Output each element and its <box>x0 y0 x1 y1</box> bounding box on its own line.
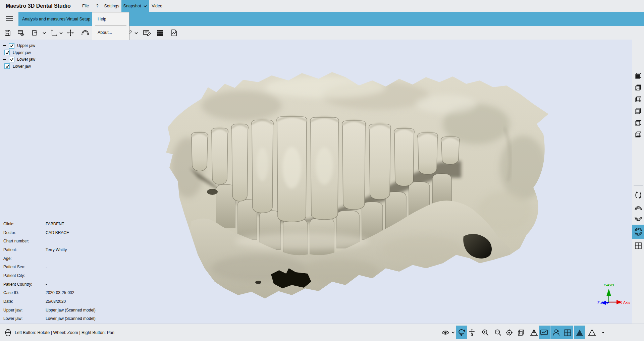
chevron-down-icon[interactable] <box>58 28 64 38</box>
info-row: Chart number: <box>3 237 96 245</box>
report-button[interactable] <box>169 28 179 38</box>
view-cube-back-icon[interactable] <box>632 81 644 94</box>
menu-bar: Maestro 3D Dental Studio File ? Settings… <box>0 0 644 12</box>
both-arches-view-icon[interactable] <box>632 225 644 239</box>
collapse-icon[interactable] <box>3 45 6 46</box>
info-value: - <box>46 265 47 269</box>
upper-arch-view-icon[interactable] <box>632 202 644 214</box>
export-button[interactable] <box>30 28 40 38</box>
rotate-tool-icon[interactable] <box>456 326 467 339</box>
tree-row-upper-jaw-group: Upper jaw <box>0 42 35 49</box>
model-tree: Upper jaw Upper jaw Lower jaw Lower ja <box>0 42 35 70</box>
viewport-3d[interactable]: Upper jaw Upper jaw Lower jaw Lower ja <box>0 40 632 324</box>
collapse-icon[interactable] <box>3 59 6 60</box>
info-value: Upper jaw (Scanned model) <box>46 308 96 312</box>
info-value: 25/03/2020 <box>46 299 66 304</box>
info-value: CAD BRACE <box>46 230 69 235</box>
info-row: Patient Sex:- <box>3 263 96 271</box>
z-axis-label: Z-Axis <box>597 301 608 305</box>
grid-button[interactable] <box>155 28 165 38</box>
info-row: Patient City: <box>3 271 96 280</box>
mouse-icon <box>5 329 11 337</box>
info-value: Lower jaw (Scanned model) <box>46 316 96 321</box>
move-button[interactable] <box>66 28 75 38</box>
checkbox-lower-jaw[interactable] <box>4 63 10 69</box>
eye-icon[interactable] <box>440 326 451 339</box>
view-cube-right-icon[interactable] <box>632 105 644 117</box>
tree-label: Upper jaw <box>13 50 31 55</box>
center-view-icon[interactable] <box>503 326 515 339</box>
sidebar-divider <box>634 185 643 186</box>
x-axis-label: X-Axis <box>620 300 630 304</box>
info-value: FABDENT <box>46 222 64 226</box>
info-row: Patient:Terry Whitty <box>3 245 96 254</box>
status-bar: Left Button: Rotate | Wheel: Zoom | Righ… <box>0 324 644 341</box>
info-row: Age: <box>3 254 96 263</box>
occlusal-rotate-icon[interactable] <box>632 189 644 201</box>
mesh-view-icon[interactable] <box>562 326 573 339</box>
app-title: Maestro 3D Dental Studio <box>6 0 71 12</box>
save-settings-button[interactable] <box>16 28 25 38</box>
checkbox-upper-jaw-group[interactable] <box>9 43 14 49</box>
zoom-out-icon[interactable] <box>492 326 504 339</box>
patient-info-panel: Clinic:FABDENT Doctor:CAD BRACE Chart nu… <box>3 220 96 323</box>
chevron-down-icon[interactable] <box>133 28 139 38</box>
pan-tool-icon[interactable] <box>466 326 478 339</box>
patient-panel-icon[interactable] <box>550 326 562 339</box>
help-dropdown-menu: Help About... <box>92 12 129 40</box>
menu-settings[interactable]: Settings <box>102 0 121 12</box>
lower-arch-view-icon[interactable] <box>632 213 644 225</box>
tab-analysis-measures[interactable]: Analysis and measures <box>22 12 65 26</box>
menu-item-help[interactable]: Help <box>92 12 129 25</box>
chevron-down-icon[interactable] <box>450 326 456 339</box>
info-row: Lower jaw:Lower jaw (Scanned model) <box>3 315 96 323</box>
view-sidebar <box>632 40 644 324</box>
info-row: Doctor:CAD BRACE <box>3 228 96 237</box>
info-row: Upper jaw:Upper jaw (Scanned model) <box>3 306 96 315</box>
menu-help[interactable]: ? <box>93 0 102 12</box>
info-row: Clinic:FABDENT <box>3 220 96 228</box>
tree-label: Lower jaw <box>17 57 35 62</box>
y-axis-label: Y-Axis <box>604 283 614 287</box>
vertex-dot-icon[interactable] <box>599 326 607 339</box>
view-cube-front-icon[interactable] <box>632 70 644 82</box>
dental-arch-button[interactable] <box>80 28 90 38</box>
info-value: - <box>46 282 47 287</box>
menu-snapshot[interactable]: Snapshot <box>121 0 149 12</box>
info-value: 2020-03-25-002 <box>46 290 74 295</box>
chevron-down-icon[interactable] <box>42 28 47 38</box>
axes-ruler-button[interactable] <box>49 28 58 38</box>
view-cube-left-icon[interactable] <box>632 93 644 105</box>
quad-view-icon[interactable] <box>632 240 644 252</box>
save-button[interactable] <box>3 28 12 38</box>
view-cube-bottom-icon[interactable] <box>632 128 644 140</box>
chevron-down-icon <box>144 5 147 7</box>
axis-orientation-widget: Y-Axis X-Axis Z-Axis <box>597 283 631 308</box>
annotate-button[interactable] <box>142 28 152 38</box>
wireframe-view-icon[interactable] <box>586 326 598 339</box>
menu-item-about[interactable]: About... <box>92 26 129 39</box>
tree-row-lower-jaw: Lower jaw <box>0 63 35 70</box>
hamburger-menu-icon[interactable] <box>6 16 13 21</box>
tree-label: Lower jaw <box>13 64 31 69</box>
zoom-in-icon[interactable] <box>480 326 491 339</box>
info-row: Patient Country:- <box>3 280 96 289</box>
solid-view-icon[interactable] <box>574 326 585 339</box>
status-hint: Left Button: Rotate | Wheel: Zoom | Righ… <box>15 330 114 335</box>
menu-video[interactable]: Video <box>150 0 164 12</box>
tab-virtual-setup[interactable]: Virtual Setup <box>66 12 90 26</box>
screenshot-panel-icon[interactable] <box>539 326 550 339</box>
checkbox-lower-jaw-group[interactable] <box>9 57 14 62</box>
cube-view-icon[interactable] <box>515 326 527 339</box>
checkbox-upper-jaw[interactable] <box>4 50 10 55</box>
model-3d[interactable] <box>158 67 557 302</box>
tree-label: Upper jaw <box>17 43 35 48</box>
application-window: Maestro 3D Dental Studio File ? Settings… <box>0 0 644 341</box>
tree-row-upper-jaw: Upper jaw <box>0 49 35 56</box>
info-value: Terry Whitty <box>46 247 67 252</box>
info-row: Date:25/03/2020 <box>3 297 96 306</box>
menu-file[interactable]: File <box>78 0 93 12</box>
info-row: Case ID:2020-03-25-002 <box>3 289 96 297</box>
view-cube-top-icon[interactable] <box>632 117 644 129</box>
shaded-wireframe-icon[interactable] <box>528 326 540 339</box>
